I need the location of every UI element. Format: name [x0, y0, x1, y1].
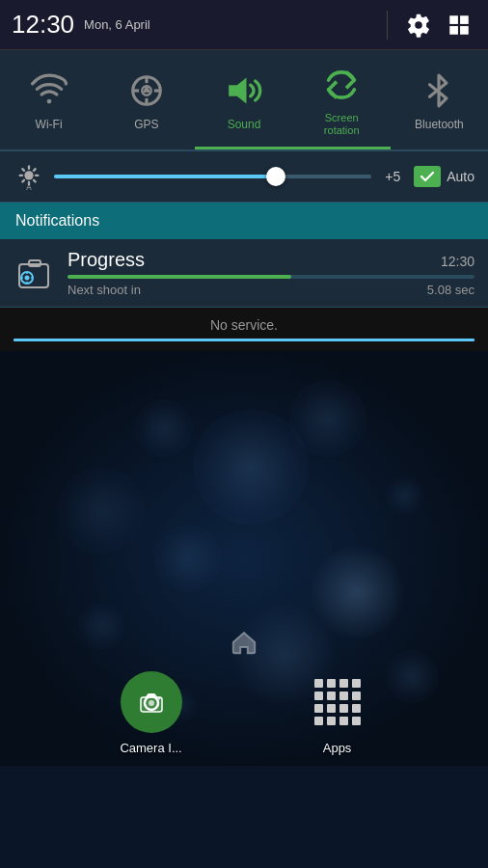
svg-point-4: [46, 99, 51, 104]
quick-settings: Wi-Fi GPS Sound: [0, 50, 488, 151]
notification-progress-fill: [68, 275, 291, 279]
date: Mon, 6 April: [84, 17, 379, 32]
svg-line-20: [34, 170, 36, 172]
dock: Camera I... Apps: [0, 660, 488, 766]
svg-point-25: [25, 276, 30, 281]
qs-gps[interactable]: GPS: [97, 50, 195, 149]
notification-content: Progress 12:30 Next shoot in 5.08 sec: [68, 249, 474, 297]
wifi-icon: [28, 69, 70, 112]
home-area: [227, 625, 261, 660]
sound-icon: [223, 69, 265, 112]
grid-dot: [327, 679, 336, 688]
dock-apps[interactable]: Apps: [307, 671, 368, 755]
svg-line-18: [34, 180, 36, 182]
no-service-text: No service.: [14, 317, 474, 333]
svg-marker-11: [230, 79, 246, 101]
home-icon: [230, 628, 258, 657]
gps-icon: [125, 69, 168, 112]
svg-point-12: [24, 172, 33, 180]
grid-dot: [327, 717, 336, 725]
grid-dot: [314, 704, 323, 713]
camera-app-icon: [121, 671, 182, 733]
brightness-fill: [54, 175, 276, 178]
svg-rect-1: [460, 15, 469, 24]
grid-dot: [339, 704, 348, 713]
home-button[interactable]: [227, 625, 261, 660]
dock-camera[interactable]: Camera I...: [120, 671, 181, 755]
svg-rect-3: [460, 26, 469, 35]
no-service: No service.: [0, 308, 488, 351]
auto-check-icon: [414, 166, 441, 187]
camera-label: Camera I...: [120, 741, 181, 755]
qs-bluetooth[interactable]: Bluetooth: [391, 50, 488, 149]
status-icons: [379, 8, 476, 42]
bokeh-4: [135, 399, 193, 457]
svg-text:A: A: [26, 183, 32, 190]
bluetooth-icon: [418, 69, 460, 112]
grid-dot: [339, 692, 348, 700]
grid-dot: [352, 717, 361, 725]
grid-icon-btn[interactable]: [442, 8, 476, 42]
bokeh-7: [77, 602, 125, 650]
brightness-thumb: [266, 167, 285, 186]
grid-dot: [352, 692, 361, 700]
apps-icon: [307, 671, 368, 733]
bokeh-3: [58, 467, 145, 554]
bokeh-2: [289, 380, 366, 457]
sound-label: Sound: [228, 118, 261, 131]
qs-sound[interactable]: Sound: [195, 50, 292, 149]
status-divider: [387, 11, 388, 40]
wallpaper: Camera I... Apps: [0, 351, 488, 766]
svg-rect-34: [141, 697, 162, 712]
notifications-header: Notifications: [0, 203, 488, 239]
svg-line-17: [22, 170, 24, 172]
clock: 12:30: [12, 10, 74, 40]
svg-rect-22: [19, 264, 48, 287]
bokeh-10: [386, 476, 424, 515]
notification-icon: [14, 253, 56, 295]
auto-brightness-toggle[interactable]: Auto: [414, 166, 474, 187]
svg-rect-0: [449, 15, 458, 24]
camera-icon: [134, 685, 169, 719]
apps-label: Apps: [323, 741, 352, 755]
grid-icon: [447, 13, 472, 38]
notification-time: 12:30: [441, 254, 474, 269]
bokeh-6: [154, 525, 222, 592]
brightness-value: +5: [381, 169, 404, 184]
grid-dot: [327, 692, 336, 700]
bluetooth-label: Bluetooth: [415, 118, 464, 131]
gps-label: GPS: [134, 118, 158, 131]
settings-icon-btn[interactable]: [401, 8, 436, 42]
brightness-bar: A +5 Auto: [0, 151, 488, 203]
no-service-progress-bar: [14, 339, 474, 341]
svg-rect-2: [449, 26, 458, 35]
qs-wifi[interactable]: Wi-Fi: [0, 50, 97, 149]
grid-dot: [352, 704, 361, 713]
rotation-label: Screen rotation: [324, 112, 360, 137]
grid-dot: [327, 704, 336, 713]
brightness-icon: A: [14, 161, 44, 192]
notification-subtitle: Next shoot in: [68, 283, 141, 297]
grid-dot: [339, 717, 348, 725]
grid-dot: [352, 679, 361, 688]
notification-progress-bar: [68, 275, 474, 279]
grid-dot: [339, 679, 348, 688]
notifications-title: Notifications: [15, 212, 99, 229]
status-bar: 12:30 Mon, 6 April: [0, 0, 488, 50]
notification-title: Progress: [68, 249, 145, 271]
notification-extra: 5.08 sec: [427, 283, 474, 297]
grid-dot: [314, 692, 323, 700]
rotation-icon: [320, 64, 363, 106]
wifi-label: Wi-Fi: [36, 118, 63, 131]
auto-label: Auto: [447, 169, 474, 184]
brightness-slider[interactable]: [54, 175, 371, 178]
svg-line-19: [22, 180, 24, 182]
grid-dot: [314, 717, 323, 725]
notification-card[interactable]: Progress 12:30 Next shoot in 5.08 sec: [0, 239, 488, 308]
grid-dot: [314, 679, 323, 688]
qs-rotation[interactable]: Screen rotation: [293, 50, 391, 149]
settings-icon: [406, 13, 431, 38]
